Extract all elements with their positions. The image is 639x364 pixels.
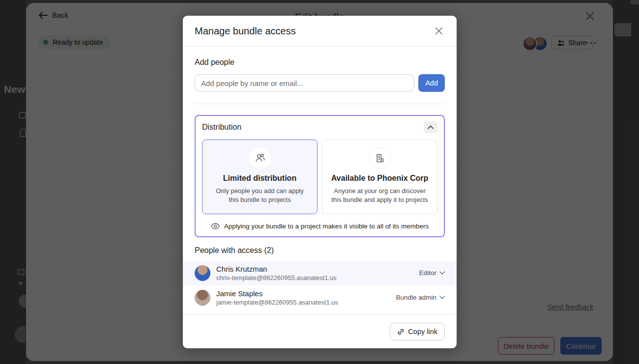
copy-link-label: Copy link [408, 328, 437, 336]
dialog-title: Manage bundle access [195, 26, 296, 37]
building-icon [369, 147, 391, 169]
add-people-section: Add people Add [195, 58, 445, 92]
avatar [195, 265, 210, 281]
chevron-up-icon [428, 125, 434, 129]
section-divider [195, 104, 445, 104]
chevron-down-icon [439, 296, 445, 299]
person-row[interactable]: Chris Krutzman chris-template@862260955.… [183, 261, 457, 285]
screen: New Back Edit bundle Ready to update [0, 0, 639, 364]
role-label: Bundle admin [396, 294, 436, 301]
person-row[interactable]: Jamie Staples jamie-template@862260955.a… [183, 285, 457, 310]
avatar [195, 290, 210, 306]
option-description: Anyone at your org can discover this bun… [328, 187, 431, 205]
visibility-note: Applying your bundle to a project makes … [202, 223, 437, 230]
distribution-heading: Distribution [202, 123, 241, 132]
people-with-access-section: People with access (2) Chris Krutzman ch… [195, 246, 445, 310]
option-title: Available to Phoenix Corp [328, 174, 431, 183]
visibility-note-text: Applying your bundle to a project makes … [224, 223, 429, 230]
link-icon [397, 328, 405, 336]
people-with-access-heading: People with access (2) [195, 246, 445, 255]
dialog-header: Manage bundle access [183, 16, 457, 47]
option-description: Only people you add can apply this bundl… [208, 187, 311, 205]
dialog-body: Add people Add Distribution [183, 47, 457, 314]
person-email: jamie-template@862260955.asanatest1.us [216, 299, 390, 306]
person-email: chris-template@862260955.asanatest1.us [216, 274, 413, 281]
chevron-down-icon [439, 271, 445, 275]
org-distribution-option[interactable]: Available to Phoenix Corp Anyone at your… [322, 140, 437, 214]
distribution-section: Distribution Limited distribution Only p… [195, 115, 445, 237]
copy-link-button[interactable]: Copy link [390, 323, 445, 340]
role-dropdown[interactable]: Editor [419, 269, 445, 277]
people-icon [249, 147, 271, 169]
dialog-footer: Copy link [183, 314, 457, 348]
add-people-input[interactable] [195, 74, 414, 92]
role-dropdown[interactable]: Bundle admin [396, 294, 445, 301]
add-button[interactable]: Add [418, 74, 445, 92]
collapse-section-button[interactable] [424, 121, 437, 133]
person-name: Jamie Staples [216, 289, 390, 298]
option-title: Limited distribution [208, 174, 311, 183]
add-people-heading: Add people [195, 58, 445, 67]
limited-distribution-option[interactable]: Limited distribution Only people you add… [202, 140, 318, 214]
role-label: Editor [419, 269, 436, 277]
person-name: Chris Krutzman [216, 265, 413, 273]
manage-bundle-access-dialog: Manage bundle access Add people Add Dist… [183, 16, 457, 348]
close-icon[interactable] [432, 24, 446, 38]
eye-icon [211, 223, 220, 229]
